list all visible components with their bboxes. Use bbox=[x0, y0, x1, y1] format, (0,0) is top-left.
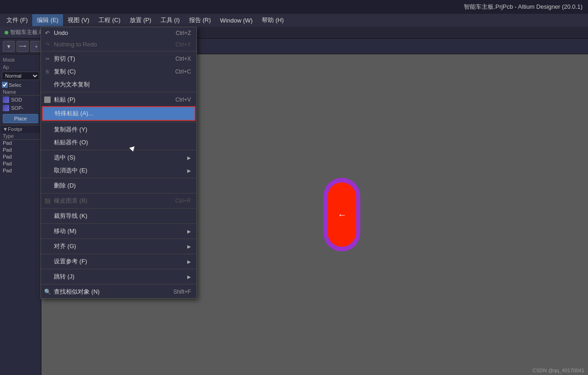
type-header: Type bbox=[1, 133, 40, 140]
move-arrow-icon: ▶ bbox=[187, 229, 191, 234]
menu-rubber-stamp: ⬛ 橡皮图章 (B) Ctrl+R bbox=[41, 194, 196, 207]
menu-special-paste[interactable]: 特殊粘贴 (A)... bbox=[42, 106, 196, 121]
menu-set-reference[interactable]: 设置参考 (F) ▶ bbox=[41, 255, 196, 268]
paste-icon bbox=[44, 96, 51, 103]
select-arrow-icon: ▶ bbox=[187, 155, 191, 160]
menu-paste[interactable]: 粘贴 (P) Ctrl+V bbox=[41, 93, 196, 106]
menu-report[interactable]: 报告 (R) bbox=[184, 14, 216, 26]
pad-row-2: Pad bbox=[1, 147, 40, 153]
search-icon: 🔍 bbox=[44, 288, 51, 295]
select-row: Selec bbox=[1, 81, 40, 89]
sod-icon bbox=[3, 97, 9, 103]
menu-view[interactable]: 视图 (V) bbox=[63, 14, 94, 26]
sidebar-item-sod[interactable]: SOD bbox=[1, 96, 40, 104]
divider-5 bbox=[41, 178, 196, 178]
menu-redo: ↷ Nothing to Redo Ctrl+Y bbox=[41, 39, 196, 50]
edit-dropdown-menu: ↶ Undo Ctrl+Z ↷ Nothing to Redo Ctrl+Y ✂… bbox=[40, 27, 197, 299]
menu-move[interactable]: 移动 (M) ▶ bbox=[41, 225, 196, 238]
toolbar-route-btn[interactable]: ⟶ bbox=[17, 41, 29, 52]
place-button[interactable]: Place bbox=[3, 114, 38, 123]
menu-file[interactable]: 文件 (F) bbox=[2, 14, 32, 26]
pcb-outer-ring: ← bbox=[323, 178, 360, 251]
toolbar-filter-btn[interactable]: ▼ bbox=[3, 41, 15, 52]
select-checkbox[interactable] bbox=[2, 82, 8, 88]
menu-jump[interactable]: 跳转 (J) ▶ bbox=[41, 270, 196, 283]
jump-arrow-icon: ▶ bbox=[187, 274, 191, 279]
menu-project[interactable]: 工程 (C) bbox=[94, 14, 125, 26]
menu-copy-text[interactable]: 作为文本复制 bbox=[41, 78, 196, 91]
cut-icon: ✂ bbox=[44, 55, 51, 62]
menu-align[interactable]: 对齐 (G) ▶ bbox=[41, 240, 196, 253]
select-label: Selec bbox=[9, 82, 22, 88]
divider-7 bbox=[41, 208, 196, 209]
divider-11 bbox=[41, 269, 196, 269]
footprint-header: ▼ Footpr bbox=[1, 125, 40, 133]
pcb-arrow-symbol: ← bbox=[337, 210, 346, 220]
menu-copy[interactable]: ⎘ 复制 (C) Ctrl+C bbox=[41, 65, 196, 78]
ap-label: Ap bbox=[1, 63, 40, 71]
tab-dot-pcblib bbox=[5, 31, 8, 34]
pad-row-1: Pad bbox=[1, 140, 40, 147]
divider-8 bbox=[41, 223, 196, 224]
divider-3 bbox=[41, 122, 196, 122]
menu-place[interactable]: 放置 (P) bbox=[125, 14, 156, 26]
watermark: CSDN @qq_40170041 bbox=[532, 368, 584, 373]
left-sidebar: Mask Ap Normal Selec Name SOD SOP- Place… bbox=[0, 54, 41, 375]
menu-tools[interactable]: 工具 (I) bbox=[156, 14, 184, 26]
redo-icon: ↷ bbox=[44, 41, 51, 48]
undo-icon: ↶ bbox=[44, 29, 51, 37]
name-header: Name bbox=[1, 89, 40, 96]
pcb-inner-body: ← bbox=[328, 182, 356, 247]
divider-1 bbox=[41, 51, 196, 51]
menu-help[interactable]: 帮助 (H) bbox=[257, 14, 288, 26]
pad-row-4: Pad bbox=[1, 160, 40, 167]
sop-label: SOP- bbox=[11, 105, 23, 111]
pad-row-5: Pad bbox=[1, 167, 40, 174]
menu-trim-wire[interactable]: 裁剪导线 (K) bbox=[41, 210, 196, 222]
menu-edit[interactable]: 编辑 (E) bbox=[32, 14, 63, 26]
divider-6 bbox=[41, 193, 196, 193]
title-bar: 智能车主板.PrjPcb - Altium Designer (20.0.1) bbox=[0, 0, 588, 14]
align-arrow-icon: ▶ bbox=[187, 244, 191, 249]
app-title: 智能车主板.PrjPcb - Altium Designer (20.0.1) bbox=[464, 3, 582, 11]
divider-9 bbox=[41, 239, 196, 239]
deselect-arrow-icon: ▶ bbox=[187, 168, 191, 173]
divider-2 bbox=[41, 92, 196, 92]
menu-copy-component[interactable]: 复制器件 (Y) bbox=[41, 123, 196, 136]
copy-icon: ⎘ bbox=[44, 68, 51, 75]
divider-10 bbox=[41, 254, 196, 254]
menu-cut[interactable]: ✂ 剪切 (T) Ctrl+X bbox=[41, 52, 196, 65]
normal-select[interactable]: Normal bbox=[2, 72, 39, 80]
divider-12 bbox=[41, 284, 196, 284]
menu-bar: 文件 (F) 编辑 (E) 视图 (V) 工程 (C) 放置 (P) 工具 (I… bbox=[0, 14, 588, 27]
sidebar-item-sop[interactable]: SOP- bbox=[1, 104, 40, 112]
sod-label: SOD bbox=[11, 97, 22, 102]
pad-row-3: Pad bbox=[1, 153, 40, 160]
mask-label: Mask bbox=[1, 56, 40, 63]
normal-row: Normal bbox=[1, 71, 40, 81]
menu-window[interactable]: Window (W) bbox=[215, 15, 257, 26]
sop-icon bbox=[3, 105, 9, 111]
pcb-component: ← bbox=[323, 178, 360, 251]
menu-deselect[interactable]: 取消选中 (E) ▶ bbox=[41, 164, 196, 177]
menu-delete[interactable]: 删除 (D) bbox=[41, 179, 196, 192]
reference-arrow-icon: ▶ bbox=[187, 259, 191, 264]
stamp-icon: ⬛ bbox=[44, 197, 51, 205]
divider-4 bbox=[41, 150, 196, 150]
menu-select[interactable]: 选中 (S) ▶ bbox=[41, 151, 196, 164]
menu-find-similar[interactable]: 🔍 查找相似对象 (N) Shift+F bbox=[41, 285, 196, 298]
menu-undo[interactable]: ↶ Undo Ctrl+Z bbox=[41, 27, 196, 39]
menu-paste-component[interactable]: 粘贴器件 (O) bbox=[41, 136, 196, 149]
